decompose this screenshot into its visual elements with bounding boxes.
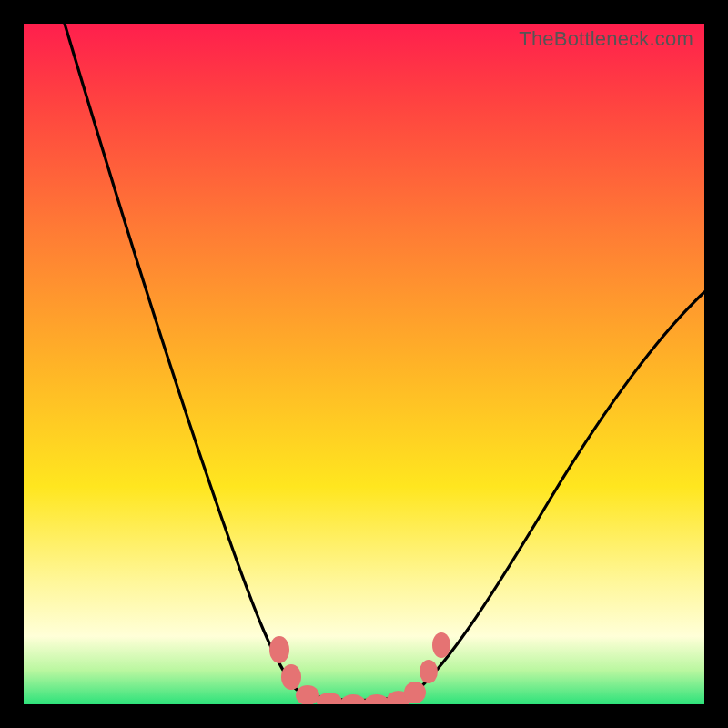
plot-area: TheBottleneck.com — [24, 24, 704, 704]
marker-bead — [420, 660, 438, 683]
marker-bead — [269, 636, 289, 663]
marker-bead — [404, 682, 426, 703]
curve-valley — [295, 688, 415, 701]
marker-bead — [364, 694, 389, 704]
watermark-text: TheBottleneck.com — [519, 27, 693, 51]
marker-bead — [281, 664, 301, 690]
marker-bead — [296, 685, 319, 704]
marker-bead — [340, 694, 366, 704]
marker-bead — [387, 691, 410, 704]
chart-frame: TheBottleneck.com — [0, 0, 728, 728]
marker-bead — [432, 632, 450, 658]
curve-right — [415, 292, 704, 693]
curve-left — [65, 24, 295, 688]
marker-bead — [317, 693, 342, 704]
bottleneck-curve — [24, 24, 704, 704]
